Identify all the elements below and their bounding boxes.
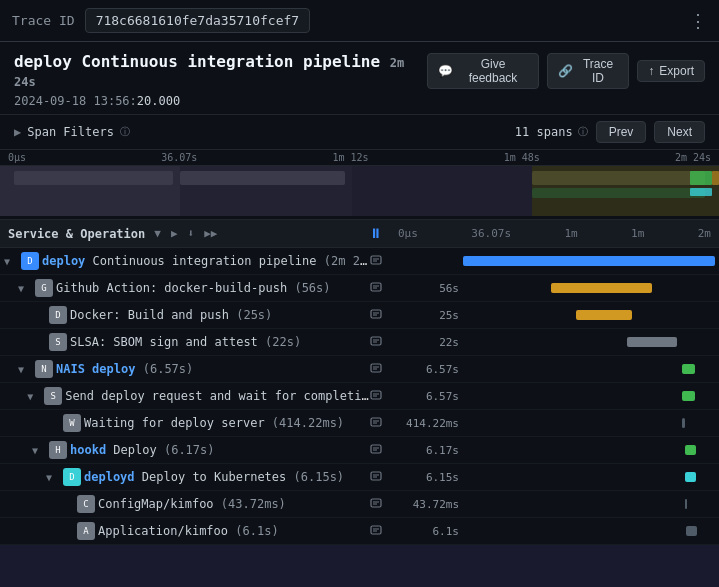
span-bar-deploy-root [463,256,715,266]
pipeline-op: Continuous integration pipeline [81,52,380,71]
table-row[interactable]: DDocker: Build and push (25s)25s [0,302,719,329]
svg-rect-18 [371,418,381,426]
span-name-deployd-k8s[interactable]: deployd Deploy to Kubernetes (6.15s) [84,470,344,484]
table-row[interactable]: WWaiting for deploy server (414.22ms)414… [0,410,719,437]
table-row[interactable]: SSLSA: SBOM sign and attest (22s)22s [0,329,719,356]
log-icon-slsa-sbom[interactable] [370,335,382,349]
span-right-configmap: 43.72ms [390,491,719,517]
span-filters-info-icon[interactable]: ⓘ [120,125,130,139]
span-bar-application [686,526,697,536]
more-icon[interactable]: ▶▶ [201,226,220,241]
svg-rect-21 [371,445,381,453]
log-icon-docker-build[interactable] [370,308,382,322]
log-icon-github-action[interactable] [370,281,382,295]
span-name-github-action[interactable]: Github Action: docker-build-push (56s) [56,281,331,295]
tl-t0: 0µs [398,227,418,240]
log-icon-deploy-root[interactable] [370,254,382,268]
table-row[interactable]: ▼GGithub Action: docker-build-push (56s)… [0,275,719,302]
span-right-hookd-deploy: 6.17s [390,437,719,463]
span-name-docker-build[interactable]: Docker: Build and push (25s) [70,308,272,322]
span-name-deploy-root[interactable]: deploy Continuous integration pipeline (… [42,254,370,268]
span-left-nais-deploy: ▼NNAIS deploy (6.57s) [0,357,390,381]
table-row[interactable]: ▼Hhookd Deploy (6.17s)6.17s [0,437,719,464]
ruler-t0: 0µs [8,152,26,163]
span-toggle-send-deploy[interactable]: ▼ [27,391,41,402]
svg-rect-15 [371,391,381,399]
span-right-application: 6.1s [390,518,719,544]
span-name-configmap[interactable]: ConfigMap/kimfoo (43.72ms) [98,497,286,511]
svg-rect-12 [371,364,381,372]
span-bar-container-waiting-deploy [463,418,715,428]
span-right-deployd-k8s: 6.15s [390,464,719,490]
collapse-all-icon[interactable]: ⬇ [185,226,198,241]
span-duration-waiting-deploy: 414.22ms [394,417,459,430]
span-bar-nais-deploy [682,364,695,374]
span-toggle-hookd-deploy[interactable]: ▼ [32,445,46,456]
timestamp: 2024-09-18 13:56:20.000 [14,94,705,108]
svg-rect-30 [371,526,381,534]
menu-icon[interactable]: ⋮ [689,10,707,31]
export-button[interactable]: ↑ Export [637,60,705,82]
span-right-github-action: 56s [390,275,719,301]
spans-count-info-icon[interactable]: ⓘ [578,125,588,139]
span-bar-container-hookd-deploy [463,445,715,455]
span-name-nais-deploy[interactable]: NAIS deploy (6.57s) [56,362,193,376]
log-icon-configmap[interactable] [370,497,382,511]
service-name: deploy [14,52,72,71]
main-area: Service & Operation ▼ ▶ ⬇ ▶▶ ⏸ 0µs 36.07… [0,220,719,545]
svg-rect-0 [371,256,381,264]
span-bar-configmap [685,499,686,509]
span-name-waiting-deploy[interactable]: Waiting for deploy server (414.22ms) [84,416,344,430]
span-icon-slsa-sbom: S [49,333,67,351]
span-name-application[interactable]: Application/kimfoo (6.1s) [98,524,279,538]
span-icon-waiting-deploy: W [63,414,81,432]
collapse-icon[interactable]: ▶ [168,226,181,241]
table-row[interactable]: AApplication/kimfoo (6.1s)6.1s [0,518,719,545]
span-left-docker-build: DDocker: Build and push (25s) [0,303,390,327]
log-icon-nais-deploy[interactable] [370,362,382,376]
log-icon-deployd-k8s[interactable] [370,470,382,484]
log-icon-hookd-deploy[interactable] [370,443,382,457]
col-controls: ▼ ▶ ⬇ ▶▶ [151,226,220,241]
mini-canvas[interactable] [0,166,719,216]
span-right-send-deploy: 6.57s [390,383,719,409]
span-bar-github-action [551,283,652,293]
expand-all-icon[interactable]: ▼ [151,226,164,241]
span-toggle-nais-deploy[interactable]: ▼ [18,364,32,375]
span-toggle-github-action[interactable]: ▼ [18,283,32,294]
span-bar-deployd-k8s [685,472,696,482]
span-toggle-deployd-k8s[interactable]: ▼ [46,472,60,483]
table-row[interactable]: ▼Ddeployd Deploy to Kubernetes (6.15s)6.… [0,464,719,491]
svg-rect-3 [371,283,381,291]
span-bar-container-deploy-root [463,256,715,266]
table-row[interactable]: ▼NNAIS deploy (6.57s)6.57s [0,356,719,383]
spans-count: 11 spans ⓘ [515,125,588,139]
svg-rect-6 [371,310,381,318]
span-duration-deployd-k8s: 6.15s [394,471,459,484]
span-icon-docker-build: D [49,306,67,324]
span-bar-container-github-action [463,283,715,293]
prev-button[interactable]: Prev [596,121,647,143]
span-bar-slsa-sbom [627,337,677,347]
filters-bar: ▶ Span Filters ⓘ 11 spans ⓘ Prev Next [0,115,719,150]
span-toggle-deploy-root[interactable]: ▼ [4,256,18,267]
span-duration-github-action: 56s [394,282,459,295]
trace-id-value[interactable]: 718c6681610fe7da35710fcef7 [85,8,311,33]
span-left-github-action: ▼GGithub Action: docker-build-push (56s) [0,276,390,300]
log-icon-waiting-deploy[interactable] [370,416,382,430]
span-left-application: AApplication/kimfoo (6.1s) [0,519,390,543]
span-icon-send-deploy: S [44,387,62,405]
span-name-hookd-deploy[interactable]: hookd Deploy (6.17s) [70,443,215,457]
span-name-slsa-sbom[interactable]: SLSA: SBOM sign and attest (22s) [70,335,301,349]
trace-id-button[interactable]: 🔗 Trace ID [547,53,630,89]
give-feedback-button[interactable]: 💬 Give feedback [427,53,538,89]
table-row[interactable]: ▼Ddeploy Continuous integration pipeline… [0,248,719,275]
log-icon-send-deploy[interactable] [370,389,382,403]
next-button[interactable]: Next [654,121,705,143]
col-service-title: Service & Operation [8,227,145,241]
span-icon-deploy-root: D [21,252,39,270]
table-row[interactable]: CConfigMap/kimfoo (43.72ms)43.72ms [0,491,719,518]
log-icon-application[interactable] [370,524,382,538]
table-row[interactable]: ▼SSend deploy request and wait for compl… [0,383,719,410]
span-name-send-deploy[interactable]: Send deploy request and wait for complet… [65,389,370,403]
